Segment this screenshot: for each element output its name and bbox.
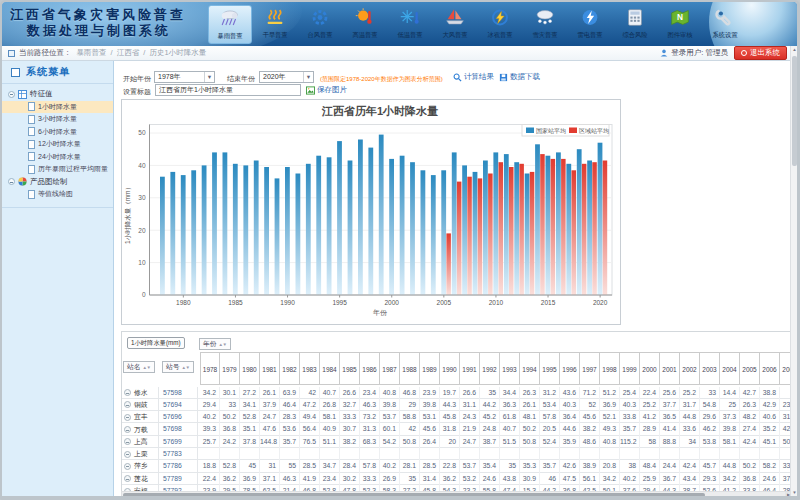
year-column-header[interactable]: 1987 [380,352,400,385]
vertical-scrollbar[interactable]: ▲ ▼ [790,46,797,496]
value-cell: 36.8 [740,473,760,485]
tree-node[interactable]: 特征值 [2,88,113,101]
value-cell: 49.4 [300,411,320,423]
tree-item[interactable]: 24小时降水量 [2,151,113,164]
header-nav-risk-calc[interactable]: 综合风险 [613,5,657,44]
header-nav-gale[interactable]: 大风普查 [433,5,477,44]
expand-icon[interactable] [124,414,131,421]
collapse-icon[interactable] [8,178,15,185]
year-column-header[interactable]: 1999 [620,352,640,385]
value-cell: 44.3 [440,399,460,411]
year-column-header[interactable]: 1996 [560,352,580,385]
year-column-header[interactable]: 2001 [660,352,680,385]
collapse-icon[interactable] [8,91,15,98]
year-column-header[interactable]: 1989 [420,352,440,385]
year-column-header[interactable]: 2006 [760,352,780,385]
value-cell [360,448,380,460]
value-cell: 36.7 [660,473,680,485]
year-column-header[interactable]: 1993 [500,352,520,385]
year-column-header[interactable]: 1980 [240,352,260,385]
expand-icon[interactable] [124,401,131,408]
value-cell [220,448,240,460]
year-column-header[interactable]: 1998 [600,352,620,385]
tree-item[interactable]: 等值线绘图 [2,188,113,201]
year-column-header[interactable]: 1982 [280,352,300,385]
year-column-header[interactable]: 1978 [200,352,220,385]
header-nav-hail[interactable]: 冰雹普查 [478,5,522,44]
scroll-up-arrow[interactable]: ▲ [791,46,797,54]
year-column-header[interactable]: 1995 [540,352,560,385]
year-column-header[interactable]: 2002 [680,352,700,385]
header-nav-high-temp[interactable]: 高温普查 [343,5,387,44]
value-cell: 51.2 [600,387,620,399]
tree-item[interactable]: 6小时降水量 [2,126,113,139]
table-row[interactable]: 铜鼓5769429.43334.137.946.447.226.832.746.… [122,399,792,411]
expand-icon[interactable] [124,438,131,445]
year-column-header[interactable]: 2005 [740,352,760,385]
year-column-header[interactable]: 1985 [340,352,360,385]
header-nav-lightning[interactable]: 雷电普查 [568,5,612,44]
tree-item[interactable]: 1小时降水量 [2,101,113,114]
horizontal-scrollbar-thumb[interactable] [123,493,705,496]
year-column-header[interactable]: 1983 [300,352,320,385]
year-column-header[interactable]: 2000 [640,352,660,385]
end-year-select[interactable]: 2020年▼ [259,71,314,83]
year-column-header[interactable]: 2003 [700,352,720,385]
start-year-select[interactable]: 1978年▼ [154,71,215,83]
value-cell: 36.4 [560,411,580,423]
value-cell: 33.6 [680,423,700,435]
header-nav-rainstorm[interactable]: 暴雨普查 [208,5,252,44]
horizontal-scrollbar[interactable]: ▶ [121,491,793,496]
table-row[interactable]: 萍乡5778618.852.845315528.534.728.457.840.… [122,460,792,472]
table-row[interactable]: 上栗57783 [122,448,792,460]
expand-icon[interactable] [124,389,131,396]
table-row[interactable]: 修水5759834.230.127.226.163.94240.726.623.… [122,387,792,399]
year-column-header[interactable]: 1979 [220,352,240,385]
save-image-link[interactable]: 保存图片 [306,85,347,95]
expand-icon[interactable] [124,475,131,482]
calc-result-link[interactable]: 计算结果 [453,72,494,82]
table-row[interactable]: 莲花5778922.436.236.937.146.341.923.430.23… [122,473,792,485]
header-nav-low-temp[interactable]: 低温普查 [388,5,432,44]
scroll-down-arrow[interactable]: ▼ [791,489,797,496]
unit-button[interactable]: 1小时降水量(mm) [127,337,185,349]
table-row[interactable]: 宜丰5769640.250.252.824.728.349.458.133.37… [122,411,792,423]
header-nav-snow[interactable]: 雪灾普查 [523,5,567,44]
value-cell [380,448,400,460]
station-name-cell: 修水 [122,387,159,399]
year-column-header[interactable]: 1992 [480,352,500,385]
expand-icon[interactable] [124,451,131,458]
breadcrumb-item[interactable]: 历史1小时降水量 [150,48,207,57]
svg-text:N: N [677,12,683,22]
year-column-header[interactable]: 1991 [460,352,480,385]
breadcrumb-item[interactable]: 江西省 [117,48,140,57]
table-row[interactable]: 上高5769925.724.237.8144.835.776.551.138.2… [122,436,792,448]
year-column-header[interactable]: 1988 [400,352,420,385]
year-column-header[interactable]: 2004 [720,352,740,385]
year-column-header[interactable]: 1990 [440,352,460,385]
year-column-header[interactable]: 1994 [520,352,540,385]
header-nav-map-review[interactable]: N图件审核 [658,5,702,44]
breadcrumb-item[interactable]: 暴雨普查 [77,48,107,57]
vertical-scrollbar-thumb[interactable] [792,56,797,166]
year-column-header[interactable]: 1984 [320,352,340,385]
year-column-header[interactable]: 1981 [260,352,280,385]
expand-icon[interactable] [124,426,131,433]
year-column-header[interactable]: 1997 [580,352,600,385]
header-nav-settings[interactable]: 系统设置 [703,5,747,44]
chart-title-input[interactable]: 江西省历年1小时降水量 [155,84,301,96]
tree-node[interactable]: 产品图绘制 [2,176,113,189]
expand-icon[interactable] [124,463,131,470]
tree-item[interactable]: 3小时降水量 [2,113,113,126]
logout-button[interactable]: 退出系统 [734,46,787,60]
year-sort-header[interactable]: 年份▲▼ [199,338,231,350]
year-column-header[interactable]: 1986 [360,352,380,385]
data-download-link[interactable]: 数据下载 [499,72,540,82]
header-nav-typhoon[interactable]: 台风普查 [298,5,342,44]
value-cell: 31.1 [460,399,480,411]
table-row[interactable]: 万载5769839.336.835.147.653.656.440.930.73… [122,423,792,435]
tree-item[interactable]: 12小时降水量 [2,138,113,151]
header-nav-drought[interactable]: 干旱普查 [253,5,297,44]
value-cell: 35.1 [240,423,260,435]
tree-item[interactable]: 历年暴雨过程平均雨量 [2,163,113,176]
